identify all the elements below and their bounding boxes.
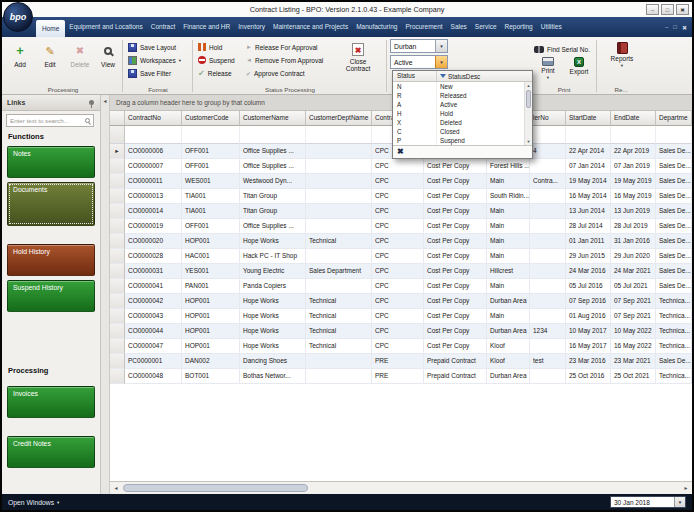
workspaces-button[interactable]: Workspaces ▾ xyxy=(128,54,181,66)
invoices-button[interactable]: Invoices xyxy=(7,386,95,418)
filter-cell-customer-dept-name[interactable] xyxy=(306,126,372,144)
close-button[interactable]: ✖ xyxy=(676,4,689,15)
table-row[interactable]: CO0000014TIA001Titan GroupCPCCost Per Co… xyxy=(110,204,692,219)
hold-history-button[interactable]: Hold History xyxy=(7,244,95,276)
horizontal-scrollbar[interactable]: ◄ ► xyxy=(110,481,692,494)
chevron-down-icon[interactable]: ▼ xyxy=(674,497,685,507)
close-contract-button[interactable]: ✖ Close Contract xyxy=(334,41,382,87)
chevron-down-icon[interactable]: ▼ xyxy=(435,56,447,68)
filter-column-statusdesc[interactable]: StatusDesc xyxy=(437,71,532,81)
suspend-button[interactable]: Suspend xyxy=(198,54,235,66)
table-row[interactable]: CO0000028HAC001Hack PC - IT ShopCPCCost … xyxy=(110,249,692,264)
table-row[interactable]: CO0000041PAN001Panda CopiersCPCCost Per … xyxy=(110,279,692,294)
column-header-customer-code[interactable]: CustomerCode xyxy=(182,111,240,126)
tab-utilities[interactable]: Utilities xyxy=(537,17,566,37)
edit-button[interactable]: ✎ Edit xyxy=(36,41,64,87)
panel-splitter[interactable]: ◄ xyxy=(101,95,110,494)
status-combo[interactable]: Active ▼ xyxy=(390,55,448,69)
table-row[interactable]: CO0000011WES001Westwood Dyn...CPCCost Pe… xyxy=(110,174,692,189)
filter-option-suspend[interactable]: PSuspend xyxy=(393,136,532,145)
release-button[interactable]: ✔ Release xyxy=(198,67,232,79)
pin-icon[interactable] xyxy=(89,100,94,105)
view-button[interactable]: View xyxy=(94,41,122,87)
filter-option-closed[interactable]: CClosed xyxy=(393,127,532,136)
hold-button[interactable]: Hold xyxy=(198,41,222,53)
filter-option-deleted[interactable]: XDeleted xyxy=(393,118,532,127)
chevron-down-icon[interactable]: ▼ xyxy=(435,40,447,52)
remove-from-approval-button[interactable]: ◄ Remove From Approval xyxy=(246,54,323,66)
clear-filter-button[interactable]: ✖ xyxy=(397,147,404,157)
open-windows-button[interactable]: Open Windows ▾ xyxy=(8,494,59,510)
tab-finance-and-hr[interactable]: Finance and HR xyxy=(179,17,234,37)
table-row[interactable]: CO0000048BOT001Bothas Networ...PREPrepai… xyxy=(110,369,692,384)
print-button[interactable]: Print ▾ xyxy=(534,57,562,80)
notes-button[interactable]: Notes xyxy=(7,146,95,178)
filter-cell-department[interactable] xyxy=(656,126,692,144)
table-row[interactable]: CO0000019OFF001Office Supplies ...CPCCos… xyxy=(110,219,692,234)
filter-popup-scrollbar[interactable]: ▲ ▼ xyxy=(524,82,532,145)
search-input[interactable] xyxy=(6,114,94,127)
table-row[interactable]: CO0000013TIA001Titan GroupCPCCost Per Co… xyxy=(110,189,692,204)
filter-cell-end-date[interactable] xyxy=(611,126,656,144)
scroll-down-icon[interactable]: ▼ xyxy=(525,138,532,145)
scrollbar-thumb[interactable] xyxy=(123,484,308,492)
tab-procurement[interactable]: Procurement xyxy=(401,17,446,37)
mdi-close-icon[interactable]: ✖ xyxy=(682,24,687,31)
tab-reporting[interactable]: Reporting xyxy=(501,17,537,37)
splitter-collapse-icon[interactable]: ◄ xyxy=(101,98,109,104)
filter-option-hold[interactable]: HHold xyxy=(393,109,532,118)
site-combo[interactable]: Durban ▼ xyxy=(390,39,448,53)
minimize-button[interactable]: – xyxy=(646,4,659,15)
filter-cell-dialler-no[interactable] xyxy=(530,126,566,144)
tab-inventory[interactable]: Inventory xyxy=(234,17,269,37)
mdi-minimize-icon[interactable]: – xyxy=(665,24,668,30)
mdi-restore-icon[interactable]: □ xyxy=(673,24,677,30)
date-picker[interactable]: 30 Jan 2018 ▼ xyxy=(610,496,686,508)
release-for-approval-button[interactable]: ► Release For Approval xyxy=(246,41,317,53)
tab-manufacturing[interactable]: Manufacturing xyxy=(352,17,401,37)
filter-option-new[interactable]: NNew xyxy=(393,82,532,91)
table-row[interactable]: PC0000001DAN002Dancing ShoesPREPrepaid C… xyxy=(110,354,692,369)
filter-cell-start-date[interactable] xyxy=(566,126,611,144)
reports-button[interactable]: Reports ▾ xyxy=(600,42,644,68)
column-header-end-date[interactable]: EndDate xyxy=(611,111,656,126)
bpo-logo[interactable]: bpo xyxy=(3,2,33,32)
tab-contract[interactable]: Contract xyxy=(147,17,180,37)
scroll-right-icon[interactable]: ► xyxy=(680,482,692,494)
find-serial-button[interactable]: Find Serial No. xyxy=(534,43,590,55)
column-header-dialler-no[interactable]: lerNo xyxy=(530,111,566,126)
approve-contract-button[interactable]: ✔ Approve Contract xyxy=(246,67,305,79)
credit-notes-button[interactable]: Credit Notes xyxy=(7,436,95,468)
tab-maintenance-and-projects[interactable]: Maintenance and Projects xyxy=(269,17,352,37)
tab-equipment-and-locations[interactable]: Equipment and Locations xyxy=(65,17,146,37)
filter-cell-customer-name[interactable] xyxy=(240,126,306,144)
column-header-customer-name[interactable]: CustomerName xyxy=(240,111,306,126)
table-row[interactable]: CO0000020HOP001Hope WorksTechnicalCPCCos… xyxy=(110,234,692,249)
export-button[interactable]: Export xyxy=(564,57,594,75)
table-row[interactable]: CO0000044HOP001Hope WorksTechnicalCPCCos… xyxy=(110,324,692,339)
save-filter-button[interactable]: Save Filter xyxy=(128,67,171,79)
column-header-customer-dept-name[interactable]: CustomerDeptName xyxy=(306,111,372,126)
tab-home[interactable]: Home xyxy=(36,20,65,37)
scrollbar-thumb[interactable] xyxy=(526,90,531,108)
delete-button[interactable]: ✖ Delete xyxy=(66,41,94,87)
scroll-up-icon[interactable]: ▲ xyxy=(525,82,532,89)
suspend-history-button[interactable]: Suspend History xyxy=(7,280,95,312)
table-row[interactable]: CO0000043HOP001Hope WorksTechnicalCPCCos… xyxy=(110,309,692,324)
table-row[interactable]: CO0000007OFF001Office Supplies ...CPCCos… xyxy=(110,159,692,174)
table-row[interactable]: CO0000047HOP001Hope WorksTechnicalCPCCos… xyxy=(110,339,692,354)
filter-cell-customer-code[interactable] xyxy=(182,126,240,144)
tab-sales[interactable]: Sales xyxy=(447,17,471,37)
column-header-contract-no[interactable]: ContractNo xyxy=(125,111,182,126)
add-button[interactable]: + Add xyxy=(6,41,34,87)
table-row[interactable]: CO0000031YES001Young ElectricSales Depar… xyxy=(110,264,692,279)
maximize-button[interactable]: □ xyxy=(661,4,674,15)
column-header-start-date[interactable]: StartDate xyxy=(566,111,611,126)
filter-option-active[interactable]: AActive xyxy=(393,100,532,109)
scroll-left-icon[interactable]: ◄ xyxy=(110,482,122,494)
documents-button[interactable]: Documents xyxy=(7,182,95,226)
filter-column-status[interactable]: Status xyxy=(393,71,437,81)
table-row[interactable]: CO0000042HOP001Hope WorksTechnicalCPCCos… xyxy=(110,294,692,309)
filter-cell-contract-no[interactable] xyxy=(125,126,182,144)
filter-option-released[interactable]: RReleased xyxy=(393,91,532,100)
